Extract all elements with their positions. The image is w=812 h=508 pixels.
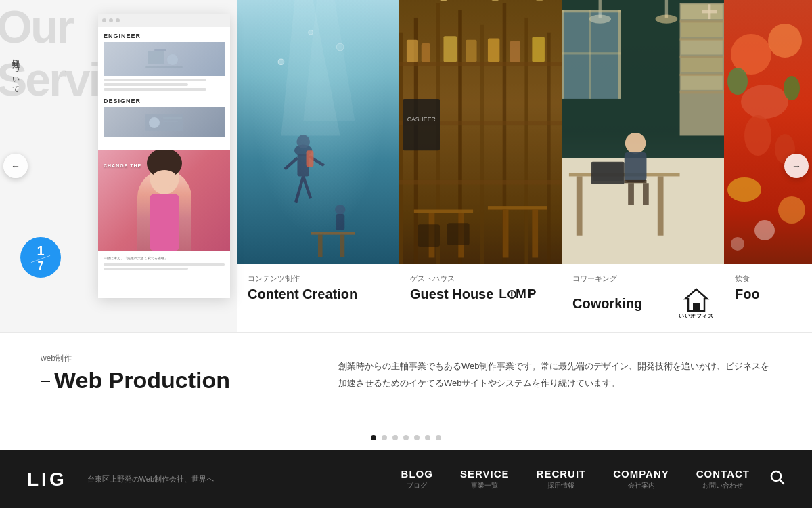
search-icon: [770, 470, 785, 485]
svg-rect-79: [680, 74, 724, 76]
card-food-info: 飲食 Foo: [724, 264, 812, 332]
footer-logo: LIG: [27, 469, 67, 490]
svg-rect-45: [422, 43, 430, 62]
svg-rect-37: [480, 25, 484, 264]
site-mockup: ENGINEER DESIGNER: [98, 14, 230, 298]
slide-total: 7: [38, 261, 44, 272]
card-guest-house-image: CASHEER: [399, 0, 562, 264]
svg-rect-58: [447, 223, 470, 245]
svg-rect-99: [708, 4, 710, 19]
right-arrow-icon: →: [792, 161, 801, 171]
dot-4[interactable]: [403, 435, 409, 440]
svg-rect-40: [547, 33, 550, 264]
svg-rect-41: [399, 62, 562, 66]
footer-nav-company-label: COMPANY: [613, 468, 669, 480]
footer-nav-recruit[interactable]: RECRUIT 採用情報: [537, 468, 587, 490]
svg-rect-88: [625, 152, 647, 182]
svg-rect-44: [407, 40, 418, 62]
svg-point-112: [754, 220, 775, 240]
svg-rect-0: [148, 51, 164, 64]
svg-point-111: [778, 196, 805, 224]
svg-rect-25: [307, 150, 314, 167]
dot-2[interactable]: [382, 435, 387, 440]
card-content-creation-image: [237, 0, 399, 264]
card-coworking-info: コワーキング Coworking いいオフィス: [562, 264, 724, 332]
mockup-pink-section: CHANGE THE: [98, 150, 230, 251]
svg-point-108: [744, 115, 771, 156]
info-title: Web Production: [41, 367, 298, 394]
svg-rect-55: [503, 210, 509, 258]
left-arrow-icon: ←: [11, 161, 20, 171]
svg-rect-75: [681, 75, 723, 90]
info-right: 創業時からの主軸事業でもあるWeb制作事業です。常に最先端のデザイン、開発技術を…: [298, 353, 771, 391]
svg-rect-76: [680, 20, 724, 22]
card-content-creation[interactable]: コンテンツ制作 Content Creation: [237, 0, 399, 332]
info-description: 創業時からの主軸事業でもあるWeb制作事業です。常に最先端のデザイン、開発技術を…: [338, 358, 771, 391]
footer-nav-contact[interactable]: CONTACT お問い合わせ: [696, 468, 750, 490]
svg-text:CASHEER: CASHEER: [407, 116, 436, 123]
svg-rect-43: [399, 180, 562, 185]
footer-nav-blog[interactable]: BLOG ブログ: [401, 468, 433, 490]
footer-nav: BLOG ブログ SERVICE 事業一覧 RECRUIT 採用情報 COMPA…: [401, 468, 750, 490]
footer-nav-blog-label: BLOG: [401, 468, 433, 480]
svg-point-10: [152, 170, 177, 186]
card-coworking[interactable]: コワーキング Coworking いいオフィス: [562, 0, 724, 332]
card-coworking-title: Coworking: [572, 296, 642, 311]
card-guest-house-title: Guest House: [410, 287, 493, 301]
svg-point-106: [727, 68, 748, 95]
nav-arrow-left[interactable]: ←: [3, 154, 28, 178]
slide-counter: 1 7: [20, 237, 61, 278]
mockup-header: [98, 14, 230, 27]
svg-rect-39: [524, 18, 528, 264]
card-coworking-category-jp: コワーキング: [572, 274, 713, 284]
svg-point-104: [768, 24, 802, 58]
svg-rect-56: [532, 210, 538, 258]
mockup-text-2: [104, 83, 188, 86]
svg-point-2: [167, 54, 178, 65]
mockup-dot-1: [102, 18, 106, 22]
mockup-designer-label: DESIGNER: [104, 98, 225, 104]
footer-nav-company[interactable]: COMPANY 会社案内: [613, 468, 669, 490]
footer-nav-service[interactable]: SERVICE 事業一覧: [460, 468, 510, 490]
nav-arrow-right[interactable]: →: [784, 154, 809, 178]
mockup-dot-2: [109, 18, 113, 22]
dot-1[interactable]: [371, 435, 376, 440]
svg-rect-50: [532, 37, 545, 62]
svg-rect-91: [643, 183, 649, 205]
mockup-text-3: [104, 88, 206, 91]
footer-nav-recruit-sub: 採用情報: [537, 481, 587, 490]
svg-line-22: [303, 176, 311, 198]
dot-5[interactable]: [414, 435, 420, 440]
dot-7[interactable]: [436, 435, 441, 440]
mockup-engineer-img: [104, 42, 225, 76]
svg-rect-33: [399, 33, 403, 264]
carousel-section: Our Service 三嶋大社について ENGINEER: [0, 0, 812, 332]
mockup-bottom-section: 一緒に考え、「先進代大きく変わる省略」: [98, 251, 230, 276]
dot-6[interactable]: [425, 435, 430, 440]
svg-line-115: [780, 480, 784, 484]
svg-rect-101: [693, 303, 700, 311]
mockup-engineer-label: ENGINEER: [104, 33, 225, 39]
mockup-designer-section: DESIGNER: [104, 98, 225, 137]
mockup-bottom-text: 一緒に考え、「先進代大きく変わる省略」: [104, 255, 225, 261]
footer: LIG 台東区上野発のWeb制作会社、世界へ BLOG ブログ SERVICE …: [0, 450, 812, 508]
dot-3[interactable]: [392, 435, 398, 440]
card-guest-house[interactable]: CASHEER ゲストハウス Guest House LMP: [399, 0, 562, 332]
footer-nav-blog-sub: ブログ: [401, 481, 433, 490]
svg-line-23: [285, 158, 298, 169]
mockup-text-1: [104, 79, 206, 81]
lamp-logo: LMP: [499, 287, 537, 301]
card-content-creation-title: Content Creation: [248, 287, 388, 301]
svg-line-21: [296, 176, 303, 202]
card-coworking-image: [562, 0, 724, 264]
svg-rect-49: [510, 41, 520, 62]
svg-point-16: [309, 30, 313, 35]
footer-nav-service-label: SERVICE: [460, 468, 510, 480]
footer-nav-company-sub: 会社案内: [613, 481, 669, 490]
svg-rect-46: [443, 36, 457, 62]
footer-search-button[interactable]: [770, 470, 785, 488]
footer-nav-contact-sub: お問い合わせ: [696, 481, 750, 490]
pagination-dots: [371, 435, 441, 440]
mockup-content: ENGINEER DESIGNER: [98, 27, 230, 150]
svg-rect-28: [311, 232, 355, 234]
